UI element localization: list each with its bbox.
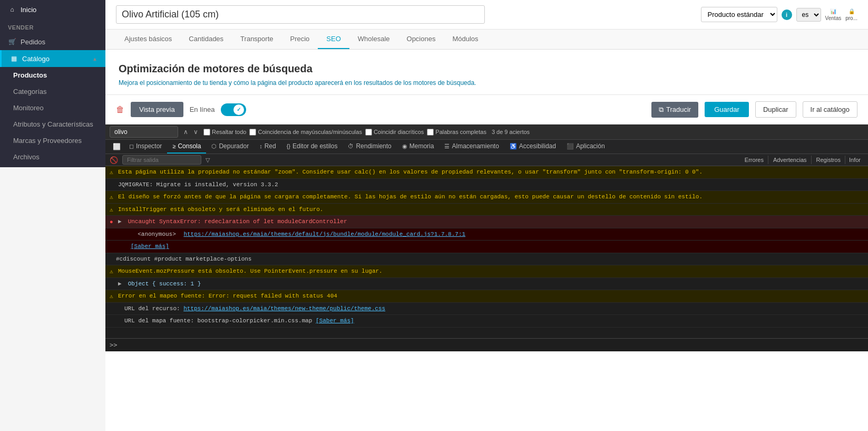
- devtool-tab-red[interactable]: ↕ Red: [254, 140, 281, 154]
- consola-label: Consola: [178, 142, 201, 150]
- tab-modulos[interactable]: Módulos: [444, 30, 486, 49]
- inspector-icon: ◻: [129, 143, 134, 150]
- console-msg-5b: [Saber más]: [105, 241, 868, 253]
- search-prev-button[interactable]: ∧: [181, 127, 190, 137]
- sidebar-item-categorias[interactable]: Categorías: [0, 83, 105, 100]
- devtool-tab-consola[interactable]: ≥ Consola: [167, 140, 206, 154]
- catalog-button[interactable]: Ir al catálogo: [803, 101, 857, 118]
- console-msg-5a-anon: <anonymous>: [131, 230, 179, 239]
- sidebar-categorias-label: Categorías: [13, 88, 47, 95]
- console-msg-9: ⚠ Error en el mapeo fuente: Error: reque…: [105, 290, 868, 303]
- warn-icon-7: ⚠: [110, 267, 113, 276]
- accesibilidad-icon: ♿: [510, 143, 517, 150]
- home-icon: ⌂: [8, 5, 16, 14]
- diacriticos-checkbox[interactable]: [365, 129, 372, 136]
- search-next-button[interactable]: ∨: [191, 127, 200, 137]
- console-input[interactable]: [120, 341, 864, 349]
- devtool-tab-inspector[interactable]: ◻ Inspector: [124, 140, 167, 154]
- devtools-icon-btn-1[interactable]: ⬜: [110, 141, 124, 152]
- sidebar-item-marcas[interactable]: Marcas y Proveedores: [0, 132, 105, 149]
- console-filter-input[interactable]: [122, 155, 201, 165]
- console-msg-8-text: Object { success: 1 }: [128, 280, 201, 289]
- pro-label: pro...: [845, 15, 857, 21]
- console-msg-9a: URL del recurso: https://maiashop.es/mai…: [105, 303, 868, 315]
- sidebar-item-atributos[interactable]: Atributos y Características: [0, 116, 105, 132]
- coincidencia-checkbox[interactable]: [249, 129, 256, 136]
- devtool-tab-memoria[interactable]: ◉ Memoria: [397, 140, 440, 154]
- console-msg-1: ⚠ Esta página utiliza la propiedad no es…: [105, 166, 868, 179]
- almacenamiento-label: Almacenamiento: [452, 142, 499, 150]
- duplicate-button[interactable]: Duplicar: [755, 101, 796, 118]
- devtool-tab-editor[interactable]: {} Editor de estilos: [281, 140, 343, 154]
- tab-ajustes[interactable]: Ajustes básicos: [116, 30, 180, 49]
- tab-wholesale[interactable]: Wholesale: [349, 30, 398, 49]
- resaltar-option[interactable]: Resaltar todo: [203, 129, 246, 136]
- expand-5[interactable]: ▶: [118, 217, 122, 226]
- console-filter-btn[interactable]: ▽: [206, 157, 211, 164]
- devtool-tab-almacenamiento[interactable]: ☰ Almacenamiento: [439, 140, 504, 154]
- expand-8[interactable]: ▶: [118, 280, 122, 289]
- console-msg-9b-text: URL del mapa fuente: bootstrap-colorpick…: [124, 317, 354, 325]
- errors-btn[interactable]: Errores: [740, 156, 768, 164]
- ventas-btn[interactable]: 📊 Ventas: [825, 8, 842, 21]
- sidebar-item-productos[interactable]: Productos: [0, 67, 105, 83]
- product-title-input[interactable]: [116, 5, 485, 24]
- tabs-bar: Ajustes básicos Cantidades Transporte Pr…: [105, 30, 868, 50]
- warnings-btn[interactable]: Advertencias: [769, 156, 812, 164]
- devtool-tab-depurador[interactable]: ⬡ Depurador: [206, 140, 254, 154]
- devtools-search-input[interactable]: [110, 126, 178, 138]
- resaltar-checkbox[interactable]: [203, 129, 210, 136]
- preview-button[interactable]: Vista previa: [131, 102, 183, 117]
- saber-mas-link[interactable]: [Saber más]: [316, 318, 354, 324]
- console-link-5b[interactable]: [Saber más]: [131, 242, 169, 251]
- ventas-icon: 📊: [830, 8, 836, 14]
- console-prompt: >>: [110, 341, 117, 349]
- resource-link[interactable]: https://maiashop.es/maia/themes/new-them…: [183, 305, 385, 312]
- sidebar-item-monitoreo[interactable]: Monitoreo: [0, 100, 105, 116]
- sidebar-item-pedidos[interactable]: 🛒 Pedidos: [0, 33, 105, 50]
- console-link-5a[interactable]: https://maiashop.es/maia/themes/default/…: [183, 230, 465, 239]
- registros-btn[interactable]: Registros: [812, 156, 845, 164]
- accesibilidad-label: Accesibilidad: [519, 142, 556, 150]
- devtools-tabs: ⬜ ◻ Inspector ≥ Consola ⬡ Depurador ↕ Re…: [105, 140, 868, 154]
- palabras-option[interactable]: Palabras completas: [427, 129, 486, 136]
- lang-select[interactable]: es: [796, 8, 821, 22]
- sidebar-pedidos-label: Pedidos: [21, 38, 45, 46]
- info-badge[interactable]: i: [782, 9, 792, 20]
- devtool-tab-accesibilidad[interactable]: ♿ Accesibilidad: [504, 140, 561, 154]
- tab-seo[interactable]: SEO: [318, 30, 349, 49]
- diacriticos-option[interactable]: Coincidir diacríticos: [365, 129, 424, 136]
- save-button[interactable]: Guardar: [705, 102, 749, 117]
- coincidencia-option[interactable]: Coincidencia de mayúsculas/minúsculas: [249, 129, 362, 136]
- palabras-checkbox[interactable]: [427, 129, 434, 136]
- console-msg-2-text: JQMIGRATE: Migrate is installed, version…: [118, 180, 278, 189]
- pro-btn[interactable]: 🔒 pro...: [845, 8, 857, 21]
- warn-icon-4: ⚠: [110, 206, 113, 215]
- err-icon-5: ●: [110, 218, 113, 227]
- pro-icon: 🔒: [849, 8, 855, 14]
- console-clear-button[interactable]: 🚫: [110, 156, 118, 164]
- tab-cantidades[interactable]: Cantidades: [180, 30, 232, 49]
- seo-title: Optimización de motores de búsqueda: [119, 63, 855, 75]
- content-area: Producto estándar i es 📊 Ventas 🔒 pro...…: [105, 0, 868, 431]
- seo-description: Mejora el posicionamiento de tu tienda y…: [119, 79, 855, 87]
- sidebar-catalogo-label: Catálogo: [22, 55, 50, 63]
- tab-opciones[interactable]: Opciones: [398, 30, 444, 49]
- palabras-label: Palabras completas: [435, 129, 486, 135]
- rendimiento-icon: ⏱: [348, 143, 354, 149]
- delete-button[interactable]: 🗑: [116, 105, 124, 114]
- console-messages: ⚠ Esta página utiliza la propiedad no es…: [105, 166, 868, 338]
- sidebar-inicio[interactable]: ⌂ Inicio: [0, 0, 105, 19]
- product-type-select[interactable]: Producto estándar: [701, 7, 777, 22]
- editor-icon: {}: [287, 143, 290, 149]
- sidebar-catalogo-header[interactable]: ▦ Catálogo ▲: [0, 50, 105, 67]
- devtool-tab-rendimiento[interactable]: ⏱ Rendimiento: [343, 140, 396, 154]
- translate-button[interactable]: ⧉ Traducir: [651, 102, 698, 118]
- tab-transporte[interactable]: Transporte: [232, 30, 281, 49]
- tab-precio[interactable]: Precio: [282, 30, 318, 49]
- info-partial: Infor: [846, 156, 864, 164]
- console-msg-9b: URL del mapa fuente: bootstrap-colorpick…: [105, 315, 868, 328]
- sidebar-item-archivos[interactable]: Archivos: [0, 149, 105, 165]
- online-toggle[interactable]: ✓: [221, 103, 246, 116]
- devtool-tab-aplicacion[interactable]: ⬛ Aplicación: [561, 140, 610, 154]
